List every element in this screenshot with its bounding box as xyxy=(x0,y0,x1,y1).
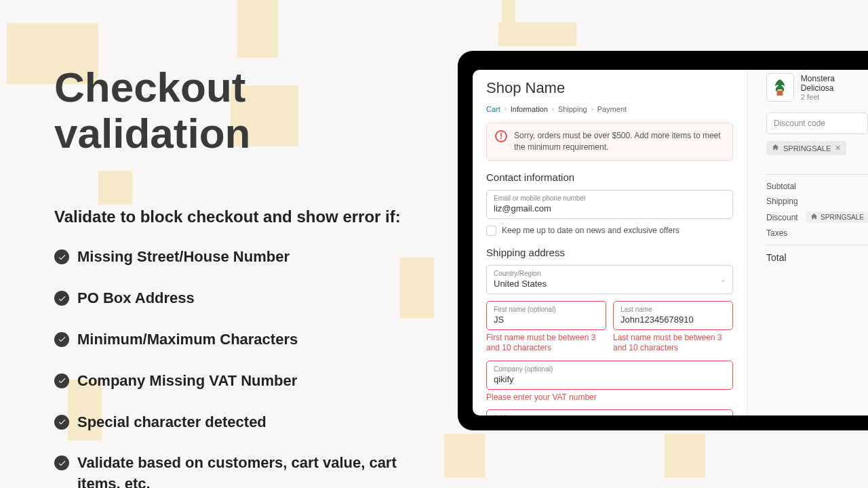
check-icon xyxy=(54,415,69,430)
applied-discount-tag: SPRINGSALE xyxy=(806,211,868,223)
product-row: Monstera Deliciosa 2 feet xyxy=(766,73,868,102)
first-name-field[interactable]: First name (optional) JS xyxy=(486,301,606,330)
first-name-error: First name must be between 3 and 10 char… xyxy=(486,333,606,354)
contact-section-title: Contact information xyxy=(486,171,733,183)
subtotal-row: Subtotal xyxy=(766,182,868,191)
feature-item: Special character detected xyxy=(54,412,414,433)
newsletter-checkbox-row[interactable]: Keep me up to date on news and exclusive… xyxy=(486,226,733,236)
newsletter-label: Keep me up to date on news and exclusive… xyxy=(502,226,679,235)
product-thumbnail xyxy=(766,73,794,102)
breadcrumb-cart[interactable]: Cart xyxy=(486,105,500,113)
country-select[interactable]: Country/Region United States ⌄ xyxy=(486,265,733,294)
company-value: qikify xyxy=(494,374,514,384)
check-icon xyxy=(54,332,69,347)
feature-item: Missing Street/House Number xyxy=(54,247,414,268)
error-banner: ! Sorry, orders must be over $500. Add m… xyxy=(486,123,733,161)
discount-tag: SPRINGSALE ✕ xyxy=(766,141,846,155)
address-field[interactable]: Address New York xyxy=(486,409,733,415)
product-variant: 2 feet xyxy=(801,93,868,101)
shop-name: Shop Name xyxy=(486,79,733,97)
product-name: Monstera Deliciosa xyxy=(801,74,868,93)
shipping-row: Shipping xyxy=(766,197,868,206)
total-row: Total xyxy=(766,252,868,263)
feature-text: Validate based on customers, cart value,… xyxy=(77,453,414,488)
email-value: liz@gmail.com xyxy=(494,203,551,214)
check-icon xyxy=(54,291,69,306)
last-name-error: Last name must be between 3 and 10 chara… xyxy=(613,333,733,354)
feature-text: Company Missing VAT Number xyxy=(77,371,297,392)
email-label: Email or mobile phone number xyxy=(494,195,726,202)
company-field[interactable]: Company (optional) qikify xyxy=(486,361,733,390)
shipping-section-title: Shipping address xyxy=(486,247,733,258)
feature-item: Company Missing VAT Number xyxy=(54,371,414,392)
breadcrumb: Cart › Information › Shipping › Payment xyxy=(486,105,733,113)
close-icon[interactable]: ✕ xyxy=(835,144,841,152)
feature-text: Minimum/Maximum Characters xyxy=(77,329,298,350)
breadcrumb-shipping: Shipping xyxy=(558,105,587,113)
breadcrumb-information: Information xyxy=(511,105,548,113)
last-name-label: Last name xyxy=(620,306,726,313)
feature-text: PO Box Address xyxy=(77,288,195,309)
chevron-right-icon: › xyxy=(552,106,554,113)
chevron-right-icon: › xyxy=(591,106,593,113)
address-label: Address xyxy=(494,414,726,415)
discount-row: Discount SPRINGSALE xyxy=(766,211,868,223)
first-name-value: JS xyxy=(494,314,504,325)
device-frame: Shop Name Cart › Information › Shipping … xyxy=(458,51,868,430)
check-icon xyxy=(54,249,69,264)
feature-text: Missing Street/House Number xyxy=(77,247,290,268)
country-label: Country/Region xyxy=(494,270,726,277)
country-value: United States xyxy=(494,279,547,289)
svg-rect-2 xyxy=(777,91,783,96)
tag-icon xyxy=(772,144,779,152)
company-error: Please enter your VAT number xyxy=(486,392,733,403)
feature-item: Validate based on customers, cart value,… xyxy=(54,453,414,488)
last-name-value: John12345678910 xyxy=(620,314,694,325)
feature-item: Minimum/Maximum Characters xyxy=(54,329,414,350)
first-name-label: First name (optional) xyxy=(494,306,599,313)
error-banner-text: Sorry, orders must be over $500. Add mor… xyxy=(514,130,724,153)
checkbox-icon[interactable] xyxy=(486,226,496,236)
last-name-field[interactable]: Last name John12345678910 xyxy=(613,301,733,330)
page-title: Checkout validation xyxy=(54,64,414,157)
check-icon xyxy=(54,455,69,470)
chevron-down-icon: ⌄ xyxy=(720,276,726,283)
chevron-right-icon: › xyxy=(505,106,507,113)
feature-item: PO Box Address xyxy=(54,288,414,309)
taxes-row: Taxes xyxy=(766,228,868,238)
discount-input[interactable]: Discount code xyxy=(766,113,868,134)
discount-code: SPRINGSALE xyxy=(783,144,831,152)
feature-text: Special character detected xyxy=(77,412,267,433)
alert-icon: ! xyxy=(495,130,507,142)
subtitle: Validate to block checkout and show erro… xyxy=(54,207,414,226)
company-label: Company (optional) xyxy=(494,365,726,373)
check-icon xyxy=(54,373,69,388)
email-field[interactable]: Email or mobile phone number liz@gmail.c… xyxy=(486,190,733,219)
breadcrumb-payment: Payment xyxy=(597,105,627,113)
feature-list: Missing Street/House Number PO Box Addre… xyxy=(54,247,414,488)
